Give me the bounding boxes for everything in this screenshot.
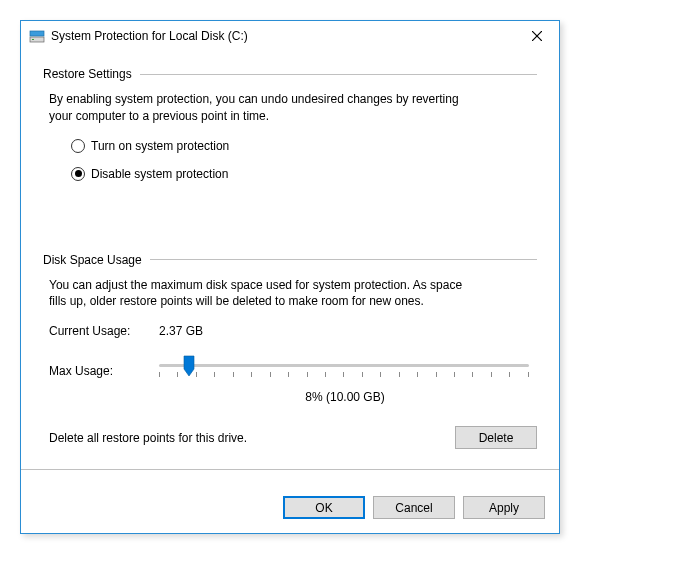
close-icon [532, 31, 542, 41]
slider-value-text: 8% (10.00 GB) [153, 390, 537, 404]
disk-space-header: Disk Space Usage [43, 253, 537, 267]
current-usage-label: Current Usage: [49, 324, 159, 338]
radio-off-label: Disable system protection [91, 167, 228, 181]
current-usage-row: Current Usage: 2.37 GB [49, 324, 537, 338]
max-usage-slider[interactable] [159, 356, 529, 386]
protection-radio-group: Turn on system protection Disable system… [71, 139, 537, 181]
radio-disable[interactable]: Disable system protection [71, 167, 537, 181]
divider [21, 469, 559, 470]
slider-thumb[interactable] [183, 355, 195, 377]
delete-button[interactable]: Delete [455, 426, 537, 449]
svg-rect-1 [32, 39, 34, 40]
apply-button[interactable]: Apply [463, 496, 545, 519]
window-title: System Protection for Local Disk (C:) [51, 29, 514, 43]
restore-settings-label: Restore Settings [43, 67, 132, 81]
svg-rect-2 [30, 31, 44, 36]
disk-space-label: Disk Space Usage [43, 253, 142, 267]
radio-icon [71, 139, 85, 153]
dialog-content: Restore Settings By enabling system prot… [21, 51, 559, 484]
drive-icon [29, 28, 45, 44]
radio-turn-on[interactable]: Turn on system protection [71, 139, 537, 153]
restore-settings-header: Restore Settings [43, 67, 537, 81]
disk-description: You can adjust the maximum disk space us… [49, 277, 479, 311]
close-button[interactable] [514, 21, 559, 51]
ok-button[interactable]: OK [283, 496, 365, 519]
radio-icon [71, 167, 85, 181]
radio-on-label: Turn on system protection [91, 139, 229, 153]
delete-description: Delete all restore points for this drive… [49, 431, 455, 445]
restore-description: By enabling system protection, you can u… [49, 91, 479, 125]
delete-restore-points-row: Delete all restore points for this drive… [49, 426, 537, 449]
slider-ticks [159, 372, 529, 377]
current-usage-value: 2.37 GB [159, 324, 203, 338]
divider [140, 74, 537, 75]
dialog-footer: OK Cancel Apply [21, 484, 559, 533]
divider [150, 259, 537, 260]
max-usage-label: Max Usage: [49, 364, 159, 378]
system-protection-dialog: System Protection for Local Disk (C:) Re… [20, 20, 560, 534]
titlebar: System Protection for Local Disk (C:) [21, 21, 559, 51]
slider-track [159, 364, 529, 367]
cancel-button[interactable]: Cancel [373, 496, 455, 519]
max-usage-row: Max Usage: [49, 356, 537, 386]
